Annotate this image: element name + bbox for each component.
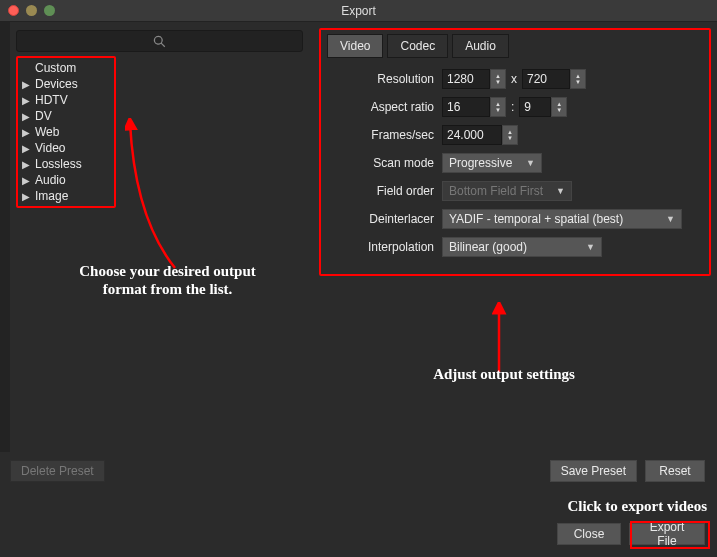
expand-icon: ▶ bbox=[22, 175, 32, 186]
annotation-arrow-left bbox=[125, 118, 205, 278]
resolution-row: Resolution ▲▼ x ▲▼ bbox=[327, 68, 703, 90]
maximize-window-button[interactable] bbox=[44, 5, 55, 16]
annotation-text-right: Adjust output settings bbox=[394, 366, 614, 383]
interp-row: Interpolation Bilinear (good)▼ bbox=[327, 236, 703, 258]
search-icon bbox=[153, 35, 166, 48]
tree-item-web[interactable]: ▶Web bbox=[22, 124, 110, 140]
expand-icon: ▶ bbox=[22, 95, 32, 106]
resolution-width-input[interactable] bbox=[442, 69, 490, 89]
preset-tree: Custom ▶Devices ▶HDTV ▶DV ▶Web ▶Video ▶L… bbox=[16, 56, 116, 208]
aspect-height-input[interactable] bbox=[519, 97, 551, 117]
button-area: Delete Preset Save Preset Reset Click to… bbox=[0, 452, 717, 557]
minimize-window-button[interactable] bbox=[26, 5, 37, 16]
settings-highlight-box: Video Codec Audio Resolution ▲▼ x ▲▼ Asp… bbox=[319, 28, 711, 276]
window-title: Export bbox=[341, 4, 376, 18]
tree-item-image[interactable]: ▶Image bbox=[22, 188, 110, 204]
tree-item-dv[interactable]: ▶DV bbox=[22, 108, 110, 124]
aspect-separator: : bbox=[511, 100, 514, 114]
aspect-row: Aspect ratio ▲▼ : ▲▼ bbox=[327, 96, 703, 118]
chevron-down-icon: ▼ bbox=[666, 214, 675, 224]
tree-item-hdtv[interactable]: ▶HDTV bbox=[22, 92, 110, 108]
settings-panel: Video Codec Audio Resolution ▲▼ x ▲▼ Asp… bbox=[309, 22, 717, 452]
resolution-separator: x bbox=[511, 72, 517, 86]
resolution-width-spinner[interactable]: ▲▼ bbox=[490, 69, 506, 89]
aspect-width-input[interactable] bbox=[442, 97, 490, 117]
aspect-width-spinner[interactable]: ▲▼ bbox=[490, 97, 506, 117]
tree-item-custom[interactable]: Custom bbox=[22, 60, 110, 76]
annotation-text-left: Choose your desired output format from t… bbox=[75, 262, 260, 298]
settings-tabs: Video Codec Audio bbox=[327, 34, 703, 58]
tree-item-lossless[interactable]: ▶Lossless bbox=[22, 156, 110, 172]
resolution-height-spinner[interactable]: ▲▼ bbox=[570, 69, 586, 89]
aspect-height-spinner[interactable]: ▲▼ bbox=[551, 97, 567, 117]
field-label: Field order bbox=[327, 184, 442, 198]
fps-row: Frames/sec ▲▼ bbox=[327, 124, 703, 146]
scan-mode-dropdown[interactable]: Progressive▼ bbox=[442, 153, 542, 173]
deint-row: Deinterlacer YADIF - temporal + spatial … bbox=[327, 208, 703, 230]
scan-label: Scan mode bbox=[327, 156, 442, 170]
delete-preset-button: Delete Preset bbox=[10, 460, 105, 482]
deinterlacer-dropdown[interactable]: YADIF - temporal + spatial (best)▼ bbox=[442, 209, 682, 229]
search-input[interactable] bbox=[16, 30, 303, 52]
fps-spinner[interactable]: ▲▼ bbox=[502, 125, 518, 145]
field-row: Field order Bottom Field First▼ bbox=[327, 180, 703, 202]
deint-label: Deinterlacer bbox=[327, 212, 442, 226]
expand-icon: ▶ bbox=[22, 191, 32, 202]
field-order-dropdown: Bottom Field First▼ bbox=[442, 181, 572, 201]
expand-icon: ▶ bbox=[22, 127, 32, 138]
expand-icon: ▶ bbox=[22, 111, 32, 122]
left-edge-strip bbox=[0, 22, 10, 452]
expand-icon: ▶ bbox=[22, 159, 32, 170]
reset-button[interactable]: Reset bbox=[645, 460, 705, 482]
interp-label: Interpolation bbox=[327, 240, 442, 254]
tab-audio[interactable]: Audio bbox=[452, 34, 509, 58]
expand-icon: ▶ bbox=[22, 143, 32, 154]
close-window-button[interactable] bbox=[8, 5, 19, 16]
resolution-label: Resolution bbox=[327, 72, 442, 86]
export-file-button[interactable]: Export File bbox=[629, 523, 705, 545]
expand-icon: ▶ bbox=[22, 79, 32, 90]
tree-item-devices[interactable]: ▶Devices bbox=[22, 76, 110, 92]
resolution-height-input[interactable] bbox=[522, 69, 570, 89]
save-preset-button[interactable]: Save Preset bbox=[550, 460, 637, 482]
interpolation-dropdown[interactable]: Bilinear (good)▼ bbox=[442, 237, 602, 257]
annotation-text-export: Click to export videos bbox=[567, 498, 707, 515]
preset-panel: Custom ▶Devices ▶HDTV ▶DV ▶Web ▶Video ▶L… bbox=[10, 22, 309, 452]
chevron-down-icon: ▼ bbox=[526, 158, 535, 168]
scan-row: Scan mode Progressive▼ bbox=[327, 152, 703, 174]
tree-item-audio[interactable]: ▶Audio bbox=[22, 172, 110, 188]
fps-label: Frames/sec bbox=[327, 128, 442, 142]
aspect-label: Aspect ratio bbox=[327, 100, 442, 114]
tree-item-video[interactable]: ▶Video bbox=[22, 140, 110, 156]
chevron-down-icon: ▼ bbox=[556, 186, 565, 196]
chevron-down-icon: ▼ bbox=[586, 242, 595, 252]
tab-video[interactable]: Video bbox=[327, 34, 383, 58]
tab-codec[interactable]: Codec bbox=[387, 34, 448, 58]
titlebar: Export bbox=[0, 0, 717, 22]
fps-input[interactable] bbox=[442, 125, 502, 145]
close-button[interactable]: Close bbox=[557, 523, 621, 545]
window-controls bbox=[8, 5, 55, 16]
